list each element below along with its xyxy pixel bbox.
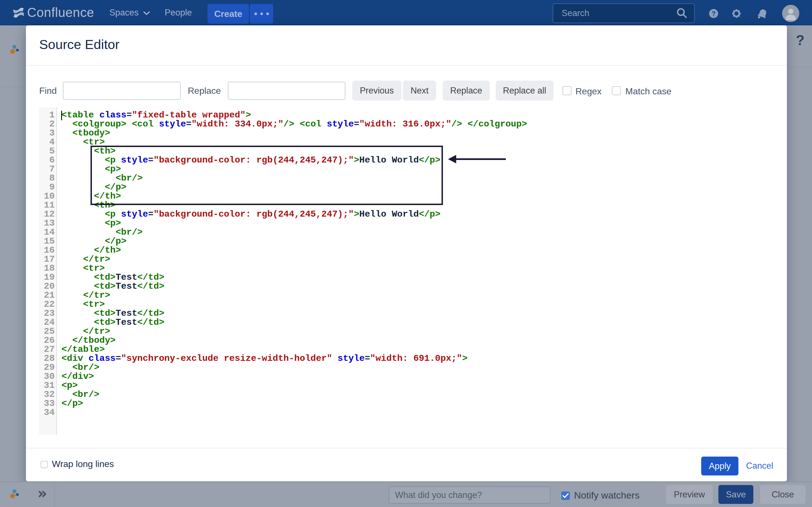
svg-text:?: ? — [712, 10, 716, 17]
